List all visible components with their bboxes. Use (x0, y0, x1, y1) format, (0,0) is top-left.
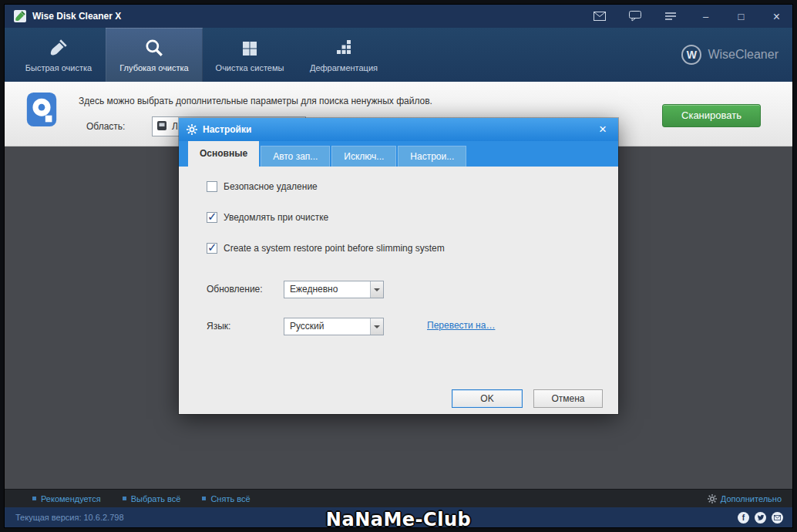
translate-link[interactable]: Перевести на… (427, 320, 495, 331)
dialog-tab-exclusions[interactable]: Исключ... (331, 146, 396, 167)
dialog-body: Безопасное удаление Уведомлять при очист… (179, 167, 618, 414)
tab-deep-clean[interactable]: Глубокая очистка (106, 28, 203, 82)
brand-initial: W (687, 49, 697, 61)
ok-button[interactable]: OK (452, 389, 523, 408)
brush-icon (48, 37, 69, 59)
facebook-icon[interactable]: f (738, 512, 749, 524)
footer-bar: Рекомендуется Выбрать всё Снять всё Допо… (5, 489, 792, 507)
scan-button[interactable]: Сканировать (662, 104, 761, 127)
dialog-tab-custom[interactable]: Настрои... (398, 146, 466, 167)
bullet-icon (202, 497, 206, 500)
language-label: Язык: (207, 318, 230, 335)
update-row: Обновление: Ежедневно (207, 281, 263, 298)
dialog-tabs: Основные Авто зап... Исключ... Настрои..… (179, 141, 618, 167)
news-list-icon[interactable] (664, 11, 677, 22)
brand-name: WiseCleaner (708, 48, 779, 62)
chevron-down-icon[interactable] (370, 281, 383, 298)
maximize-button[interactable]: □ (735, 11, 748, 22)
settings-dialog: Настройки × Основные Авто зап... Исключ.… (179, 118, 618, 414)
checkbox-label: Уведомлять при очистке (224, 212, 328, 223)
defrag-icon (333, 37, 355, 59)
link-label: Выбрать всё (131, 494, 181, 503)
disk-icon (24, 91, 59, 130)
tab-label: Глубокая очистка (119, 63, 188, 72)
magnifier-icon (143, 37, 165, 59)
cancel-button[interactable]: Отмена (533, 389, 603, 408)
gear-icon (187, 124, 197, 135)
link-label: Снять всё (210, 494, 250, 503)
tab-label: Быстрая очистка (25, 63, 92, 72)
twitter-icon[interactable] (755, 512, 766, 524)
brand-logo: W WiseCleaner (681, 28, 779, 82)
advanced-label: Дополнительно (721, 494, 782, 503)
wisecleaner-logo-icon: W (681, 45, 701, 65)
update-dropdown[interactable]: Ежедневно (284, 281, 384, 298)
notify-on-clean-option[interactable]: Уведомлять при очистке (207, 212, 328, 223)
safe-delete-option[interactable]: Безопасное удаление (207, 181, 318, 192)
windows-icon (239, 37, 261, 59)
dialog-title: Настройки (203, 124, 251, 135)
checkbox-label: Create a system restore point before sli… (224, 243, 445, 254)
area-value: Л (172, 121, 178, 132)
tab-system-clean[interactable]: Очистка системы (203, 28, 297, 82)
checkbox-label: Безопасное удаление (224, 181, 318, 192)
safe-delete-checkbox[interactable] (207, 181, 217, 192)
app-logo-icon (14, 10, 26, 22)
language-value: Русский (290, 321, 325, 332)
chevron-down-icon[interactable] (370, 318, 383, 335)
recommended-link[interactable]: Рекомендуется (32, 494, 101, 503)
mail-icon[interactable] (593, 11, 606, 22)
language-row: Язык: Русский Перевести на… (207, 318, 230, 335)
titlebar-actions: – □ × (593, 11, 783, 22)
version-text: Текущая версия: 10.6.2.798 (15, 513, 124, 522)
tab-label: Дефрагментация (310, 63, 378, 72)
title-bar: Wise Disk Cleaner X – □ × (5, 5, 792, 28)
restore-point-checkbox[interactable] (207, 243, 217, 254)
window-title: Wise Disk Cleaner X (32, 11, 121, 22)
main-toolbar: Быстрая очистка Глубокая очистка Очистка… (5, 28, 792, 82)
link-label: Рекомендуется (41, 494, 101, 503)
area-label: Область: (86, 116, 125, 136)
dialog-title-bar: Настройки × (179, 118, 618, 141)
dialog-tab-autorun[interactable]: Авто зап... (261, 146, 330, 167)
tab-quick-clean[interactable]: Быстрая очистка (12, 28, 106, 82)
dialog-close-button[interactable]: × (595, 122, 610, 137)
feedback-icon[interactable] (628, 11, 641, 22)
social-icons: f (738, 512, 783, 524)
info-description: Здесь можно выбрать дополнительные парам… (79, 96, 432, 106)
tab-defrag[interactable]: Дефрагментация (297, 28, 391, 82)
update-value: Ежедневно (290, 284, 338, 295)
close-button[interactable]: × (770, 11, 783, 22)
dialog-tab-general[interactable]: Основные (188, 141, 259, 167)
drive-icon (156, 120, 167, 133)
language-dropdown[interactable]: Русский (284, 318, 384, 335)
tab-label: Очистка системы (216, 63, 284, 72)
update-label: Обновление: (207, 281, 263, 298)
email-icon[interactable] (772, 512, 783, 524)
select-all-link[interactable]: Выбрать всё (123, 494, 181, 503)
bullet-icon (32, 497, 36, 500)
bullet-icon (123, 497, 126, 500)
deselect-all-link[interactable]: Снять всё (202, 494, 250, 503)
restore-point-option[interactable]: Create a system restore point before sli… (207, 243, 445, 254)
minimize-button[interactable]: – (699, 11, 712, 22)
advanced-link[interactable]: Дополнительно (708, 494, 782, 503)
notify-on-clean-checkbox[interactable] (207, 212, 217, 223)
gear-icon (708, 494, 717, 503)
watermark-text: NaNaMe-Club (326, 509, 471, 530)
